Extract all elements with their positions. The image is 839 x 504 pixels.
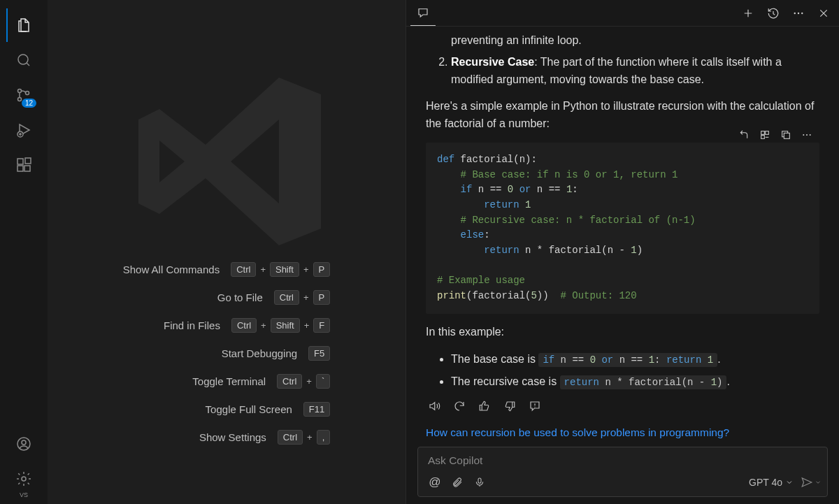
chat-text: preventing an infinite loop. (451, 34, 582, 46)
copilot-chat-panel: preventing an infinite loop. Recursive C… (406, 0, 839, 504)
followup-suggestion[interactable]: How can recursion be used to solve probl… (426, 424, 819, 441)
welcome-item-label: Go to File (217, 291, 263, 303)
mic-icon[interactable] (470, 473, 489, 492)
model-name: GPT 4o (749, 477, 782, 488)
chevron-down-icon (785, 478, 794, 487)
more-icon[interactable] (787, 2, 810, 24)
chat-input[interactable]: Ask Copilot @ GPT 4o (417, 447, 828, 497)
svg-point-13 (798, 12, 799, 13)
chat-text: The base case is (451, 353, 538, 365)
svg-rect-8 (25, 158, 31, 164)
account-icon[interactable] (7, 427, 41, 461)
new-chat-icon[interactable] (737, 2, 759, 24)
scm-badge: 12 (22, 99, 36, 108)
svg-point-14 (801, 12, 803, 13)
svg-point-19 (803, 134, 804, 136)
search-icon[interactable] (7, 43, 41, 77)
history-icon[interactable] (762, 2, 784, 24)
attach-icon[interactable] (447, 473, 467, 492)
send-button[interactable] (801, 476, 822, 489)
svg-point-20 (806, 134, 808, 136)
welcome-item[interactable]: Show Settings Ctrl+, (123, 430, 331, 445)
svg-rect-6 (17, 166, 23, 171)
vscode-watermark (122, 57, 331, 266)
welcome-item-label: Start Debugging (222, 347, 297, 359)
retry-icon[interactable] (451, 398, 468, 415)
inline-code: if n == 0 or n == 1: return 1 (538, 353, 717, 367)
code-more-icon[interactable] (797, 126, 817, 144)
settings-gear-icon[interactable] (7, 462, 41, 496)
source-control-icon[interactable]: 12 (7, 78, 41, 112)
welcome-item-label: Toggle Full Screen (206, 403, 292, 415)
welcome-shortcut-list: Show All Commands Ctrl+Shift+P Go to Fil… (123, 262, 331, 445)
mention-icon[interactable]: @ (425, 473, 445, 492)
copy-code-icon[interactable] (776, 126, 796, 144)
chat-text: The recursive case is (451, 375, 560, 387)
close-icon[interactable] (812, 2, 835, 24)
inline-code: return n * factorial(n - 1) (560, 375, 727, 389)
svg-point-1 (18, 89, 22, 93)
svg-rect-22 (478, 478, 481, 483)
chat-input-placeholder[interactable]: Ask Copilot (418, 447, 827, 470)
svg-point-0 (18, 55, 28, 64)
welcome-item-label: Show Settings (199, 431, 266, 443)
activity-bar: 12 VS (0, 0, 48, 504)
code-block: def factorial(n): # Base case: if n is 0… (426, 143, 819, 314)
chat-tab-icon[interactable] (410, 1, 436, 26)
welcome-item[interactable]: Toggle Terminal Ctrl+` (123, 374, 331, 389)
message-action-bar (426, 398, 819, 415)
explorer-icon[interactable] (6, 8, 40, 42)
model-picker[interactable]: GPT 4o (749, 477, 794, 488)
report-icon[interactable] (526, 398, 543, 415)
svg-rect-16 (766, 131, 769, 135)
svg-point-2 (18, 98, 22, 101)
run-debug-icon[interactable] (7, 113, 41, 147)
apply-code-icon[interactable] (755, 126, 775, 144)
extensions-icon[interactable] (7, 148, 41, 182)
chat-heading: Recursive Case (451, 56, 534, 68)
welcome-item[interactable]: Toggle Full Screen F11 (123, 402, 331, 417)
svg-point-21 (810, 134, 811, 136)
svg-point-10 (22, 440, 26, 445)
thumbs-up-icon[interactable] (476, 398, 493, 415)
svg-rect-17 (761, 136, 765, 139)
insert-code-icon[interactable] (734, 126, 754, 144)
svg-rect-5 (17, 159, 23, 164)
svg-rect-7 (24, 166, 30, 171)
thumbs-down-icon[interactable] (501, 398, 518, 415)
welcome-item-label: Toggle Terminal (192, 375, 266, 387)
code-content[interactable]: def factorial(n): # Base case: if n is 0… (426, 143, 819, 314)
editor-area: Show All Commands Ctrl+Shift+P Go to Fil… (48, 0, 406, 504)
svg-point-12 (794, 12, 796, 13)
chat-text: In this example: (426, 324, 819, 341)
welcome-item[interactable]: Go to File Ctrl+P (123, 290, 331, 305)
svg-rect-15 (761, 131, 765, 135)
chat-tab-bar (406, 0, 839, 27)
chevron-down-icon (815, 479, 822, 486)
svg-point-11 (22, 477, 26, 481)
chat-message-body: preventing an infinite loop. Recursive C… (406, 27, 839, 447)
welcome-item-label: Find in Files (164, 319, 220, 331)
welcome-item[interactable]: Start Debugging F5 (123, 346, 331, 361)
welcome-item[interactable]: Find in Files Ctrl+Shift+F (123, 318, 331, 333)
svg-rect-18 (784, 133, 789, 138)
read-aloud-icon[interactable] (426, 398, 443, 415)
